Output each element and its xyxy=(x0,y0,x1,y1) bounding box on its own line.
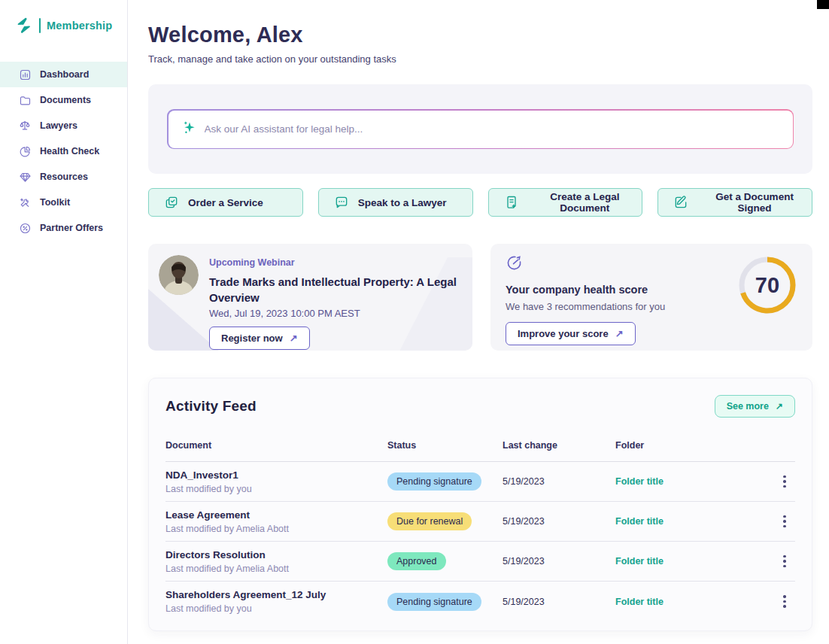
sidebar-item-documents[interactable]: Documents xyxy=(0,87,127,113)
last-change-date: 5/19/2023 xyxy=(503,556,615,567)
table-row: NDA_Investor1 Last modified by you Pendi… xyxy=(165,462,795,502)
webinar-body: Upcoming Webinar Trade Marks and Intelle… xyxy=(209,255,462,339)
column-header-status: Status xyxy=(387,440,503,451)
sidebar-item-label: Dashboard xyxy=(40,69,89,80)
sidebar-nav: DashboardDocumentsLawyersHealth CheckRes… xyxy=(0,62,127,241)
document-cell[interactable]: Directors Resolution Last modified by Am… xyxy=(165,549,387,574)
row-menu-kebab-icon[interactable] xyxy=(774,552,795,571)
activity-feed-card: Activity Feed See more ↗ Document Status… xyxy=(148,378,812,631)
quick-action-order-a-service-button[interactable]: Order a Service xyxy=(148,188,303,217)
folder-link[interactable]: Folder title xyxy=(615,556,774,567)
folder-link[interactable]: Folder title xyxy=(615,597,774,607)
page-title: Welcome, Alex xyxy=(148,23,812,47)
status-badge: Pending signature xyxy=(387,593,481,611)
document-modified-by: Last modified by Amelia Abott xyxy=(165,564,387,574)
folder-link[interactable]: Folder title xyxy=(615,476,774,487)
document-cell[interactable]: NDA_Investor1 Last modified by you xyxy=(165,469,387,494)
sidebar-item-label: Toolkit xyxy=(40,197,70,208)
row-menu-kebab-icon[interactable] xyxy=(774,472,795,491)
improve-score-label: Improve your score xyxy=(518,328,609,339)
health-score-value: 70 xyxy=(737,255,797,315)
webinar-card: Upcoming Webinar Trade Marks and Intelle… xyxy=(148,244,472,351)
quick-actions: Order a ServiceSpeak to a LawyerCreate a… xyxy=(148,188,812,217)
document-cell[interactable]: Shareholders Agreement_12 July Last modi… xyxy=(165,589,387,614)
status-badge: Approved xyxy=(387,552,446,570)
document-cell[interactable]: Lease Agreement Last modified by Amelia … xyxy=(165,509,387,534)
brand-divider xyxy=(39,18,41,33)
order-service-icon xyxy=(164,195,179,210)
sidebar-item-partner-offers[interactable]: Partner Offers xyxy=(0,215,127,241)
quick-action-speak-to-a-lawyer-button[interactable]: Speak to a Lawyer xyxy=(318,188,473,217)
webinar-title: Trade Marks and Intellectual Property: A… xyxy=(209,274,462,305)
quick-action-label: Speak to a Lawyer xyxy=(358,197,447,208)
row-menu-kebab-icon[interactable] xyxy=(774,592,795,611)
brand-name: Membership xyxy=(47,20,112,32)
ai-assistant-panel xyxy=(148,84,812,174)
activity-feed-header: Activity Feed See more ↗ xyxy=(165,395,795,418)
page-subtitle: Track, manage and take action on your ou… xyxy=(148,53,812,65)
table-row: Directors Resolution Last modified by Am… xyxy=(165,542,795,582)
table-body: NDA_Investor1 Last modified by you Pendi… xyxy=(165,462,795,621)
column-header-last-change: Last change xyxy=(503,440,615,451)
document-modified-by: Last modified by Amelia Abott xyxy=(165,524,387,534)
health-score-ring: 70 xyxy=(737,255,797,315)
brand-logo-icon xyxy=(15,17,33,34)
ai-input-box xyxy=(169,111,793,148)
lawyers-icon xyxy=(18,119,32,132)
see-more-button[interactable]: See more ↗ xyxy=(715,395,795,418)
ai-assistant-input[interactable] xyxy=(205,123,779,135)
quick-action-label: Get a Document Signed xyxy=(697,191,812,214)
screenshot-artifact xyxy=(817,0,829,9)
table-header: Document Status Last change Folder xyxy=(165,440,795,462)
documents-icon xyxy=(18,93,32,107)
document-title: Directors Resolution xyxy=(165,549,387,560)
column-header-folder: Folder xyxy=(615,440,774,451)
sidebar-item-resources[interactable]: Resources xyxy=(0,164,127,190)
sparkle-icon xyxy=(182,120,197,138)
app-root: Membership DashboardDocumentsLawyersHeal… xyxy=(0,0,829,644)
table-row: Shareholders Agreement_12 July Last modi… xyxy=(165,582,795,621)
status-badge: Pending signature xyxy=(387,472,481,491)
ai-input-wrapper xyxy=(167,109,794,149)
see-more-label: See more xyxy=(727,401,769,412)
toolkit-icon xyxy=(18,196,32,209)
document-title: NDA_Investor1 xyxy=(165,469,387,481)
quick-action-label: Create a Legal Document xyxy=(528,191,642,214)
sidebar-item-toolkit[interactable]: Toolkit xyxy=(0,190,127,215)
document-title: Shareholders Agreement_12 July xyxy=(165,589,387,600)
last-change-date: 5/19/2023 xyxy=(503,476,615,487)
sidebar-item-label: Documents xyxy=(40,95,91,105)
brand[interactable]: Membership xyxy=(0,17,127,35)
folder-link[interactable]: Folder title xyxy=(615,516,774,527)
health-check-icon xyxy=(18,144,32,158)
quick-action-label: Order a Service xyxy=(188,197,263,208)
improve-score-button[interactable]: Improve your score ↗ xyxy=(506,322,636,345)
webinar-speaker-avatar xyxy=(159,255,199,295)
document-modified-by: Last modified by you xyxy=(165,484,387,494)
sidebar-item-label: Partner Offers xyxy=(40,223,103,233)
quick-action-create-a-legal-document-button[interactable]: Create a Legal Document xyxy=(488,188,643,217)
health-score-card: Your company health score We have 3 reco… xyxy=(490,244,812,351)
cards-row: Upcoming Webinar Trade Marks and Intelle… xyxy=(148,244,812,351)
sidebar-item-lawyers[interactable]: Lawyers xyxy=(0,113,127,138)
sidebar-item-label: Health Check xyxy=(40,146,99,156)
sidebar-item-dashboard[interactable]: Dashboard xyxy=(0,62,127,87)
quick-action-get-a-document-signed-button[interactable]: Get a Document Signed xyxy=(657,188,812,217)
register-now-button[interactable]: Register now ↗ xyxy=(209,327,310,350)
column-header-document: Document xyxy=(165,440,387,451)
sidebar-item-label: Resources xyxy=(40,172,88,182)
sidebar-item-health-check[interactable]: Health Check xyxy=(0,138,127,164)
last-change-date: 5/19/2023 xyxy=(503,597,615,607)
arrow-up-right-icon: ↗ xyxy=(776,401,783,412)
main-content: Welcome, Alex Track, manage and take act… xyxy=(128,0,829,644)
activity-feed-title: Activity Feed xyxy=(165,398,257,415)
resources-icon xyxy=(18,170,32,184)
chat-icon xyxy=(334,195,349,210)
arrow-up-right-icon: ↗ xyxy=(615,328,624,339)
webinar-datetime: Wed, Jul 19, 2023 10:00 PM AEST xyxy=(209,308,462,319)
row-menu-kebab-icon[interactable] xyxy=(774,512,795,531)
sidebar-item-label: Lawyers xyxy=(40,120,77,131)
sidebar: Membership DashboardDocumentsLawyersHeal… xyxy=(0,0,128,644)
dashboard-icon xyxy=(18,68,32,81)
register-now-label: Register now xyxy=(221,333,283,344)
